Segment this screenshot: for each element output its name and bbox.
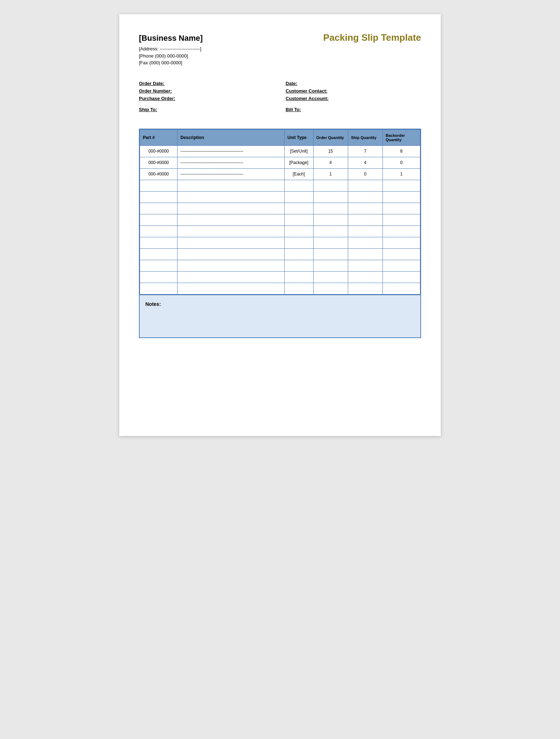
- info-col-right: Date: Customer Contact: Customer Account…: [286, 81, 421, 114]
- table-cell: ----------------------------------------…: [178, 168, 284, 180]
- table-row: 000-#0000-------------------------------…: [140, 145, 420, 157]
- table-row: 000-#0000-------------------------------…: [140, 168, 420, 180]
- table-cell: [284, 260, 313, 271]
- table-row: [140, 214, 420, 225]
- table-cell: [313, 191, 348, 203]
- table-cell: 1: [382, 168, 420, 180]
- table-cell: [140, 225, 178, 237]
- table-cell: [313, 271, 348, 283]
- purchase-order-label: Purchase Order:: [139, 96, 175, 101]
- table-cell: [348, 237, 382, 248]
- table-cell: [178, 191, 284, 203]
- header-order-quantity: Order Quantity: [313, 129, 348, 145]
- table-cell: [178, 180, 284, 191]
- order-date-label: Order Date:: [139, 81, 165, 86]
- table-cell: [382, 283, 420, 294]
- table-cell: [284, 191, 313, 203]
- table-cell: 000-#0000: [140, 145, 178, 157]
- table-cell: [284, 248, 313, 260]
- table-cell: [140, 180, 178, 191]
- table-cell: [313, 203, 348, 214]
- table-row: [140, 283, 420, 294]
- date-row: Date:: [286, 81, 421, 86]
- table-header-row: Part # Description Unit Type Order Quant…: [140, 129, 420, 145]
- business-name: [Business Name]: [139, 32, 203, 44]
- header: [Business Name] [Address: --------------…: [139, 32, 421, 66]
- table-cell: [313, 260, 348, 271]
- info-section: Order Date: Order Number: Purchase Order…: [139, 81, 421, 114]
- table-cell: 0: [348, 168, 382, 180]
- table-cell: [178, 248, 284, 260]
- table-cell: 7: [348, 145, 382, 157]
- table-cell: ----------------------------------------…: [178, 145, 284, 157]
- table-cell: [348, 203, 382, 214]
- table-cell: [178, 283, 284, 294]
- table-cell: [348, 191, 382, 203]
- table-cell: [284, 225, 313, 237]
- table-cell: [348, 214, 382, 225]
- table-cell: [178, 214, 284, 225]
- table-cell: [284, 283, 313, 294]
- table-row: [140, 180, 420, 191]
- table-cell: [382, 180, 420, 191]
- table-cell: [382, 271, 420, 283]
- header-ship-quantity: Ship Quantity: [348, 129, 382, 145]
- table-cell: [382, 248, 420, 260]
- table-cell: [140, 214, 178, 225]
- table-row: [140, 237, 420, 248]
- table-cell: 4: [313, 157, 348, 168]
- table-cell: [140, 203, 178, 214]
- customer-account-label: Customer Account:: [286, 96, 329, 101]
- table-cell: [382, 260, 420, 271]
- customer-account-row: Customer Account:: [286, 96, 421, 101]
- table-cell: 8: [382, 145, 420, 157]
- table-cell: [140, 191, 178, 203]
- order-date-row: Order Date:: [139, 81, 274, 86]
- table-cell: [382, 214, 420, 225]
- address-line: [Address: --------------------------]: [139, 45, 203, 53]
- table-row: [140, 191, 420, 203]
- bill-to-row: Bill To:: [286, 107, 421, 112]
- order-number-row: Order Number:: [139, 88, 274, 94]
- date-label: Date:: [286, 81, 298, 86]
- table-cell: [284, 271, 313, 283]
- items-table: Part # Description Unit Type Order Quant…: [140, 129, 420, 294]
- table-cell: [178, 271, 284, 283]
- table-row: 000-#0000-------------------------------…: [140, 157, 420, 168]
- page: [Business Name] [Address: --------------…: [119, 14, 441, 436]
- table-cell: [178, 260, 284, 271]
- table-cell: [284, 180, 313, 191]
- table-cell: [284, 203, 313, 214]
- table-cell: [313, 225, 348, 237]
- table-cell: 15: [313, 145, 348, 157]
- info-col-left: Order Date: Order Number: Purchase Order…: [139, 81, 274, 114]
- table-cell: [382, 225, 420, 237]
- order-number-label: Order Number:: [139, 88, 172, 94]
- customer-contact-label: Customer Contact:: [286, 88, 328, 94]
- table-cell: [178, 225, 284, 237]
- header-backorder-quantity: Backorder Quantity: [382, 129, 420, 145]
- table-cell: [140, 260, 178, 271]
- table-cell: 0: [382, 157, 420, 168]
- table-cell: 000-#0000: [140, 157, 178, 168]
- table-cell: [140, 237, 178, 248]
- phone-line: [Phone (000) 000-0000]: [139, 53, 203, 60]
- table-cell: [348, 271, 382, 283]
- table-cell: [348, 283, 382, 294]
- table-cell: [284, 214, 313, 225]
- purchase-order-row: Purchase Order:: [139, 96, 274, 101]
- table-cell: [382, 237, 420, 248]
- table-cell: ----------------------------------------…: [178, 157, 284, 168]
- table-cell: [140, 248, 178, 260]
- table-cell: [Each]: [284, 168, 313, 180]
- table-cell: [382, 203, 420, 214]
- table-row: [140, 203, 420, 214]
- table-cell: [313, 180, 348, 191]
- table-cell: [313, 214, 348, 225]
- table-row: [140, 260, 420, 271]
- table-row: [140, 248, 420, 260]
- fax-line: [Fax (000) 000-0000]: [139, 59, 203, 66]
- ship-to-row: Ship To:: [139, 107, 274, 112]
- table-cell: [284, 237, 313, 248]
- table-cell: 000-#0000: [140, 168, 178, 180]
